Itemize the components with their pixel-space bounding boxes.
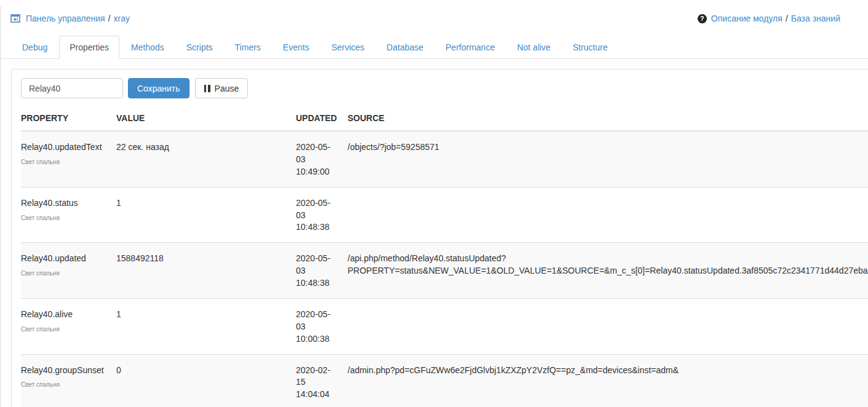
tab-label[interactable]: Not alive bbox=[506, 36, 560, 59]
top-header: Панель управления / xray ? Описание моду… bbox=[1, 6, 868, 32]
property-name: Relay40.status bbox=[21, 197, 116, 210]
save-button[interactable]: Сохранить bbox=[128, 78, 189, 98]
property-name: Relay40.alive bbox=[21, 309, 116, 321]
tab-label[interactable]: Services bbox=[321, 36, 375, 59]
source-cell bbox=[348, 187, 868, 243]
column-header-source: SOURCE bbox=[348, 107, 868, 131]
table-row: Relay40.alive Свет спальня 1 2020-05-03 … bbox=[21, 298, 868, 354]
tab-label[interactable]: Events bbox=[273, 36, 320, 59]
source-url-line: /objects/?job=59258571 bbox=[348, 141, 868, 154]
tab-performance[interactable]: Performance bbox=[435, 36, 505, 59]
source-url-line: /admin.php?pd=cGFuZWw6e2FjdGlvbj1kZXZpY2… bbox=[348, 365, 868, 377]
property-value: 1588492118 bbox=[116, 243, 296, 299]
breadcrumb-control-panel-link[interactable]: Панель управления bbox=[26, 14, 105, 23]
object-title-label: Свет спальня bbox=[21, 214, 116, 223]
tab-services[interactable]: Services bbox=[321, 36, 375, 59]
tab-not-alive[interactable]: Not alive bbox=[506, 36, 560, 59]
table-header-row: PROPERTY VALUE UPDATED SOURCE bbox=[21, 107, 868, 131]
updated-timestamp: 2020-02-15 14:04:04 bbox=[296, 365, 336, 401]
object-name-input[interactable] bbox=[21, 78, 123, 98]
object-title-label: Свет спальня bbox=[21, 158, 116, 167]
pause-icon bbox=[204, 85, 210, 92]
toolbar: Сохранить Pause bbox=[21, 78, 868, 98]
tab-events[interactable]: Events bbox=[273, 36, 320, 59]
column-header-updated: UPDATED bbox=[296, 107, 348, 131]
column-header-value: VALUE bbox=[116, 107, 296, 131]
help-separator: / bbox=[786, 14, 788, 23]
updated-timestamp: 2020-05-03 10:49:00 bbox=[296, 141, 336, 178]
tab-structure[interactable]: Structure bbox=[562, 36, 618, 59]
tab-debug[interactable]: Debug bbox=[12, 36, 58, 59]
source-url-line: PROPERTY=status&NEW_VALUE=1&OLD_VALUE=1&… bbox=[348, 265, 868, 277]
breadcrumb-separator: / bbox=[108, 14, 111, 23]
table-row: Relay40.updatedText Свет спальня 22 сек.… bbox=[21, 131, 868, 187]
tab-label[interactable]: Performance bbox=[435, 36, 505, 59]
object-title-label: Свет спальня bbox=[21, 381, 116, 389]
tab-label[interactable]: Timers bbox=[225, 36, 271, 59]
column-header-property: PROPERTY bbox=[21, 107, 116, 131]
properties-panel: Сохранить Pause PROPERTY VALUE UPDATED S… bbox=[11, 69, 868, 407]
breadcrumb-object-link[interactable]: xray bbox=[114, 14, 130, 23]
source-cell: /admin.php?pd=cGFuZWw6e2FjdGlvbj1kZXZpY2… bbox=[348, 354, 868, 407]
updated-timestamp: 2020-05-03 10:48:38 bbox=[296, 197, 336, 234]
tab-label[interactable]: Database bbox=[376, 36, 434, 59]
tab-label[interactable]: Structure bbox=[562, 36, 618, 59]
property-value: 1 bbox=[116, 298, 296, 354]
knowledge-base-link[interactable]: База знаний bbox=[791, 14, 840, 23]
updated-timestamp: 2020-05-03 10:48:38 bbox=[296, 253, 336, 290]
tab-label[interactable]: Properties bbox=[59, 36, 119, 59]
tab-timers[interactable]: Timers bbox=[225, 36, 271, 59]
tab-label[interactable]: Scripts bbox=[176, 36, 223, 59]
pause-button[interactable]: Pause bbox=[195, 78, 249, 98]
tab-label[interactable]: Methods bbox=[121, 36, 175, 59]
breadcrumb: Панель управления / xray bbox=[10, 14, 130, 23]
question-icon: ? bbox=[698, 14, 707, 23]
property-value: 22 сек. назад bbox=[116, 131, 296, 187]
property-name: Relay40.groupSunset bbox=[21, 365, 116, 377]
table-row: Relay40.updated Свет спальня 1588492118 … bbox=[21, 243, 868, 299]
tab-database[interactable]: Database bbox=[376, 36, 434, 59]
tab-methods[interactable]: Methods bbox=[121, 36, 175, 59]
table-row: Relay40.groupSunset Свет спальня 0 2020-… bbox=[21, 354, 868, 407]
tab-properties[interactable]: Properties bbox=[59, 36, 119, 59]
tab-label[interactable]: Debug bbox=[12, 36, 58, 59]
module-description-link[interactable]: Описание модуля bbox=[711, 14, 782, 23]
property-name: Relay40.updatedText bbox=[21, 141, 116, 154]
object-title-label: Свет спальня bbox=[21, 325, 116, 334]
source-cell: /objects/?job=59258571 bbox=[348, 131, 868, 187]
page-container: Панель управления / xray ? Описание моду… bbox=[0, 6, 868, 407]
window-panel-icon bbox=[10, 14, 20, 23]
pause-button-label: Pause bbox=[215, 84, 239, 93]
object-title-label: Свет спальня bbox=[21, 269, 116, 278]
property-value: 1 bbox=[116, 187, 296, 243]
tab-scripts[interactable]: Scripts bbox=[176, 36, 223, 59]
source-cell: /api.php/method/Relay40.statusUpdated?PR… bbox=[348, 243, 868, 299]
help-links: ? Описание модуля / База знаний bbox=[698, 14, 840, 23]
properties-table: PROPERTY VALUE UPDATED SOURCE Relay40.up… bbox=[21, 107, 868, 407]
table-row: Relay40.status Свет спальня 1 2020-05-03… bbox=[21, 187, 868, 243]
source-url-line: /api.php/method/Relay40.statusUpdated? bbox=[348, 253, 868, 265]
source-cell bbox=[348, 298, 868, 354]
updated-timestamp: 2020-05-03 10:00:38 bbox=[296, 309, 336, 346]
property-value: 0 bbox=[116, 354, 296, 407]
property-name: Relay40.updated bbox=[21, 253, 116, 265]
tab-bar: Debug Properties Methods Scripts Timers … bbox=[1, 36, 868, 59]
